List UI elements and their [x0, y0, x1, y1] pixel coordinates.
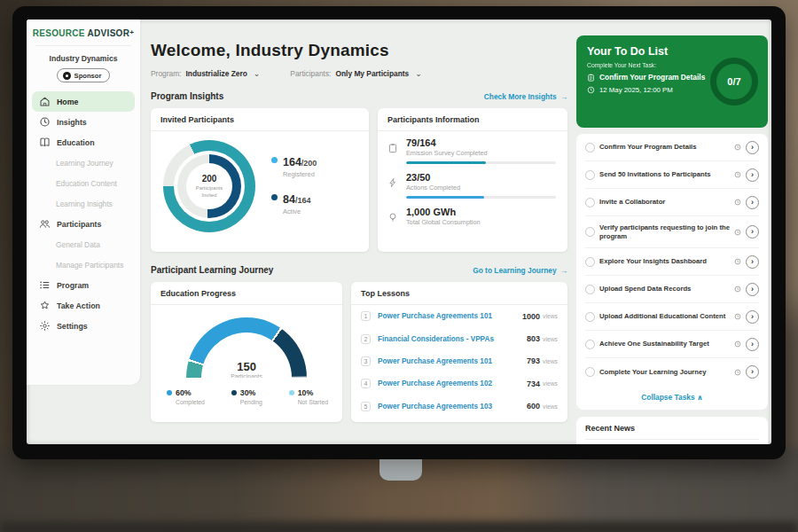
todo-task-row[interactable]: Upload Additional Educational Content›: [585, 303, 759, 331]
task-chevron-button[interactable]: ›: [746, 196, 759, 209]
sidebar-item-label: Education Content: [56, 179, 117, 188]
education-icon: [39, 137, 51, 148]
logo-text-secondary: ADVISOR: [88, 28, 130, 38]
sidebar-item-label: Insights: [57, 118, 87, 127]
task-checkbox[interactable]: [585, 257, 595, 267]
task-checkbox[interactable]: [585, 198, 595, 207]
todo-panel: Your To Do List Complete Your Next Task:…: [576, 20, 768, 444]
todo-title: Your To Do List: [587, 45, 757, 58]
task-checkbox[interactable]: [585, 340, 595, 349]
task-chevron-button[interactable]: ›: [746, 168, 759, 182]
clock-icon: [734, 286, 741, 293]
task-chevron-button[interactable]: ›: [746, 365, 759, 379]
sidebar-item-education[interactable]: Education: [32, 132, 135, 153]
lesson-title-link[interactable]: Power Purchase Agreements 101: [378, 312, 522, 320]
sidebar-item-label: Education: [57, 138, 95, 147]
invited-legend: 164/200Registered84/164Active: [271, 145, 317, 228]
legend-percent: 60%: [176, 388, 192, 397]
lesson-title-link[interactable]: Power Purchase Agreements 101: [378, 357, 527, 365]
collapse-caret-icon: ∧: [697, 393, 703, 402]
collapse-tasks-link[interactable]: Collapse Tasks ∧: [585, 386, 759, 410]
todo-progress-ring: 0/7: [710, 58, 758, 106]
progress-bar-fill: [406, 161, 486, 164]
program-select[interactable]: Program: Industrialize Zero ⌄: [151, 69, 260, 78]
todo-task-row[interactable]: Upload Spend Data Records›: [585, 276, 759, 303]
task-chevron-button[interactable]: ›: [746, 338, 759, 351]
education-progress-title: Education Progress: [151, 282, 342, 305]
program-label: Program:: [151, 69, 181, 78]
top-lessons-card: Top Lessons 1Power Purchase Agreements 1…: [351, 282, 567, 422]
lesson-views-suffix: views: [543, 313, 558, 319]
participants-information-title: Participants Information: [378, 108, 567, 131]
legend-text: 164/200Registered: [283, 153, 317, 178]
clock-icon: [734, 340, 741, 348]
participants-select[interactable]: Participants: Only My Participants ⌄: [290, 69, 421, 78]
settings-icon: [39, 320, 51, 332]
todo-next-task: Confirm Your Program Details: [599, 73, 705, 82]
clock-icon: [734, 313, 741, 320]
main-content: Welcome, Industry Dynamics Program: Indu…: [140, 20, 576, 444]
info-row-main: 1,000 GWhTotal Global Consumption: [406, 207, 556, 226]
task-checkbox[interactable]: [585, 143, 595, 153]
legend-value-main: 164: [283, 156, 301, 168]
legend-label: Not Started: [298, 399, 328, 405]
todo-task-row[interactable]: Achieve One Sustainability Target›: [585, 331, 759, 358]
task-checkbox[interactable]: [585, 227, 595, 237]
sidebar-item-general-data[interactable]: General Data: [32, 234, 135, 254]
sidebar-item-learning-journey[interactable]: Learning Journey: [32, 153, 135, 173]
sidebar-item-label: Program: [57, 281, 89, 290]
task-chevron-button[interactable]: ›: [746, 141, 759, 154]
task-checkbox[interactable]: [585, 285, 595, 294]
sidebar-item-insights[interactable]: Insights: [32, 112, 135, 132]
task-label: Achieve One Sustainability Target: [599, 340, 730, 348]
task-checkbox[interactable]: [585, 367, 595, 377]
sidebar-item-participants[interactable]: Participants: [32, 214, 135, 234]
sidebar-item-program[interactable]: Program: [32, 275, 135, 295]
todo-task-row[interactable]: Invite a Collaborator›: [585, 189, 759, 216]
todo-task-row[interactable]: Confirm Your Program Details›: [585, 134, 759, 161]
lesson-title-link[interactable]: Power Purchase Agreements 102: [378, 379, 527, 387]
sidebar-item-take-action[interactable]: Take Action: [32, 295, 135, 316]
check-more-insights-link[interactable]: Check More Insights →: [484, 92, 567, 101]
lesson-title-link[interactable]: Power Purchase Agreements 103: [378, 403, 527, 411]
todo-task-row[interactable]: Explore Your Insights Dashboard›: [585, 248, 759, 276]
task-chevron-button[interactable]: ›: [746, 225, 759, 239]
sidebar-item-label: Take Action: [57, 301, 100, 310]
insights-cards-row: Invited Participants 200 Participants In…: [151, 108, 567, 252]
invited-participants-card: Invited Participants 200 Participants In…: [151, 108, 369, 252]
info-value: 23/50: [406, 172, 556, 183]
participants-information-body: 79/164Emission Survey Completed23/50Acti…: [378, 131, 567, 226]
todo-task-row[interactable]: Verify participants requesting to join t…: [585, 216, 759, 248]
sidebar-item-home[interactable]: Home: [32, 91, 135, 112]
donut-center-label: Participants Invited: [192, 185, 227, 198]
todo-task-row[interactable]: Complete Your Learning Journey›: [585, 358, 759, 386]
sidebar-item-manage-participants[interactable]: Manage Participants: [32, 254, 135, 275]
todo-task-row[interactable]: Send 50 Invitations to Participants›: [585, 161, 759, 189]
clipboard-icon: [587, 74, 595, 82]
clock-icon: [734, 369, 741, 376]
task-checkbox[interactable]: [585, 170, 595, 180]
progress-bar: [406, 161, 556, 164]
lesson-row: 1Power Purchase Agreements 1011000views: [351, 305, 567, 327]
task-chevron-button[interactable]: ›: [746, 283, 759, 296]
task-chevron-button[interactable]: ›: [746, 310, 759, 324]
task-checkbox[interactable]: [585, 312, 595, 322]
legend-dot: [271, 157, 278, 163]
top-lessons-title: Top Lessons: [351, 282, 567, 305]
sidebar-item-learning-insights[interactable]: Learning Insights: [32, 193, 135, 214]
task-label: Invite a Collaborator: [599, 198, 730, 207]
legend-value: 164/200: [283, 153, 317, 169]
sidebar-item-education-content[interactable]: Education Content: [32, 173, 135, 193]
lesson-title-link[interactable]: Financial Considerations - VPPAs: [378, 335, 527, 343]
task-chevron-button[interactable]: ›: [746, 255, 759, 269]
legend-label: Active: [283, 207, 310, 215]
legend-percent: 10%: [298, 388, 314, 397]
lesson-views-suffix: views: [543, 358, 558, 364]
lesson-views: 734: [527, 379, 540, 388]
todo-tasks-card: Confirm Your Program Details›Send 50 Inv…: [576, 134, 768, 410]
sidebar-item-settings[interactable]: Settings: [32, 316, 135, 336]
go-to-learning-journey-link[interactable]: Go to Learning Journey →: [473, 266, 567, 275]
dashboard-screen: RESOURCE ADVISOR+ Industry Dynamics Spon…: [27, 20, 771, 444]
lesson-views: 793: [527, 356, 540, 365]
legend-value-main: 84: [283, 193, 295, 206]
